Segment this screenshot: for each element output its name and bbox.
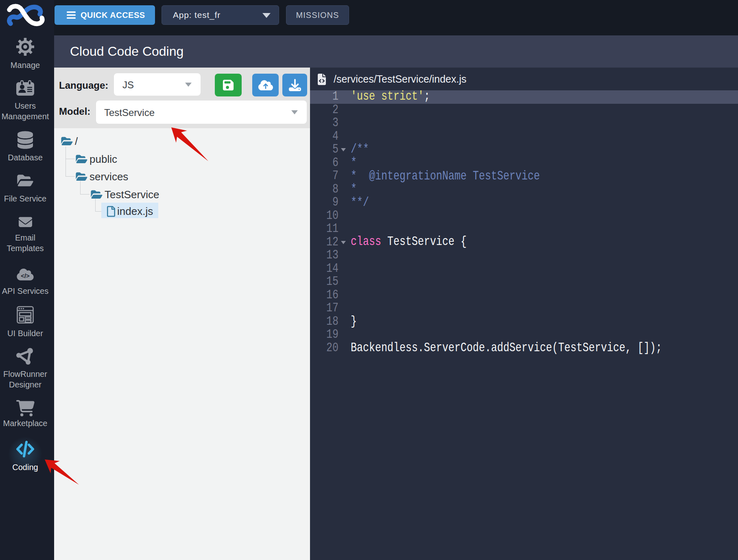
svg-text:</>: </> (21, 273, 30, 279)
